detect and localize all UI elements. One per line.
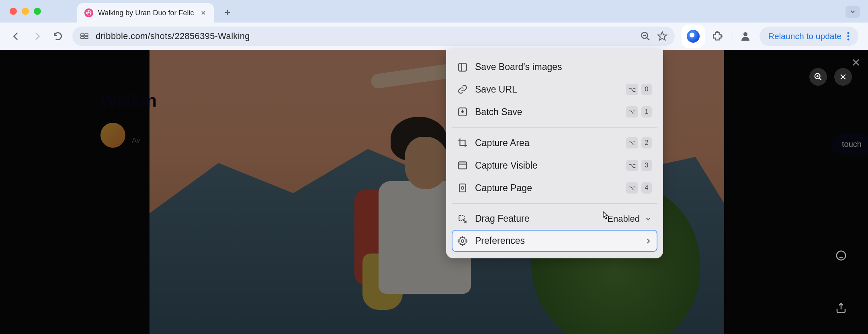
menu-label: Capture Visible — [475, 160, 619, 171]
browser-chrome: Walking by Uran Duo for Felic dribbble.c… — [0, 0, 868, 50]
menu-label: Batch Save — [475, 107, 619, 118]
close-lightbox-button[interactable] — [851, 58, 861, 67]
svg-point-11 — [837, 251, 846, 260]
site-info-icon[interactable] — [80, 31, 89, 41]
menu-capture-visible[interactable]: Capture Visible ⌥ 3 — [452, 154, 657, 177]
menu-label: Preferences — [475, 235, 637, 246]
layout-icon — [457, 62, 468, 72]
svg-rect-14 — [459, 162, 467, 169]
dribbble-favicon-icon — [84, 8, 93, 17]
bookmark-star-icon[interactable] — [657, 31, 667, 41]
cursor-pointer-icon — [600, 211, 609, 221]
menu-label: Capture Area — [475, 138, 619, 148]
menu-preferences[interactable]: Preferences — [452, 230, 657, 252]
svg-point-16 — [461, 187, 464, 190]
menu-separator — [452, 203, 657, 204]
browser-tab[interactable]: Walking by Uran Duo for Felic — [77, 3, 214, 23]
tab-overflow-button[interactable] — [845, 6, 860, 18]
svg-rect-15 — [459, 184, 465, 192]
toolbar-divider — [731, 31, 731, 42]
address-bar[interactable]: dribbble.com/shots/22856395-Walking — [72, 27, 675, 46]
menu-label: Drag Feature — [475, 213, 600, 224]
menu-separator — [452, 127, 657, 128]
svg-rect-1 — [81, 34, 84, 36]
page-content: Walkin Ur Av touch — [0, 50, 868, 334]
chevron-down-icon — [645, 215, 652, 223]
drag-status: Enabled — [607, 214, 652, 224]
menu-save-url[interactable]: Save URL ⌥ 0 — [452, 78, 657, 101]
menu-save-board-images[interactable]: Save Board's images — [452, 56, 657, 78]
svg-rect-2 — [85, 34, 88, 36]
page-icon — [457, 183, 468, 193]
shortcut: ⌥ 3 — [626, 160, 652, 171]
minimize-window-button[interactable] — [22, 8, 29, 15]
window-controls — [10, 8, 41, 15]
eagle-extension-button[interactable] — [683, 26, 704, 47]
chevron-right-icon — [645, 237, 652, 245]
svg-rect-3 — [81, 37, 84, 39]
download-icon — [457, 107, 468, 117]
menu-label: Capture Page — [475, 183, 619, 194]
svg-point-18 — [461, 239, 464, 242]
menu-drag-feature[interactable]: Drag Feature Enabled — [452, 208, 657, 230]
page-dim-overlay — [0, 50, 868, 334]
titlebar: Walking by Uran Duo for Felic — [0, 0, 868, 23]
profile-button[interactable] — [739, 30, 751, 42]
close-button[interactable] — [834, 68, 852, 86]
relaunch-button[interactable]: Relaunch to update — [760, 27, 858, 46]
extension-popup: Save Board's images Save URL ⌥ 0 Batch S… — [446, 50, 663, 258]
menu-label: Save Board's images — [475, 62, 652, 72]
svg-point-6 — [743, 32, 747, 36]
svg-point-8 — [848, 35, 850, 37]
url-text: dribbble.com/shots/22856395-Walking — [96, 31, 634, 41]
maximize-window-button[interactable] — [34, 8, 41, 15]
shortcut: ⌥ 4 — [626, 182, 652, 194]
settings-icon — [457, 236, 468, 246]
menu-capture-page[interactable]: Capture Page ⌥ 4 — [452, 177, 657, 199]
relaunch-label: Relaunch to update — [768, 31, 841, 41]
link-icon — [457, 84, 468, 95]
crop-icon — [457, 138, 468, 148]
zoom-icon[interactable] — [640, 31, 651, 41]
shortcut: ⌥ 1 — [626, 106, 652, 118]
zoom-in-button[interactable] — [809, 68, 827, 86]
reload-button[interactable] — [51, 30, 64, 43]
close-tab-button[interactable] — [200, 10, 207, 16]
menu-capture-area[interactable]: Capture Area ⌥ 2 — [452, 132, 657, 154]
tab-title: Walking by Uran Duo for Felic — [98, 9, 195, 17]
drag-icon — [457, 214, 468, 224]
lightbox-actions — [809, 68, 852, 86]
back-button[interactable] — [10, 30, 23, 43]
shortcut: ⌥ 2 — [626, 137, 652, 148]
new-tab-button[interactable] — [223, 8, 231, 16]
svg-rect-12 — [459, 63, 467, 71]
shortcut: ⌥ 0 — [626, 84, 652, 95]
svg-point-7 — [848, 32, 850, 34]
svg-point-9 — [848, 39, 850, 41]
share-icon[interactable] — [835, 302, 847, 314]
forward-button[interactable] — [31, 30, 43, 43]
feedback-icon[interactable] — [835, 249, 847, 262]
svg-rect-4 — [85, 37, 88, 39]
extensions-button[interactable] — [712, 31, 723, 42]
menu-label: Save URL — [475, 84, 619, 95]
window-icon — [457, 160, 468, 171]
eagle-icon — [687, 30, 700, 43]
toolbar: dribbble.com/shots/22856395-Walking Rela… — [0, 23, 868, 50]
menu-batch-save[interactable]: Batch Save ⌥ 1 — [452, 101, 657, 123]
menu-kebab-icon — [847, 32, 850, 41]
close-window-button[interactable] — [10, 8, 17, 15]
